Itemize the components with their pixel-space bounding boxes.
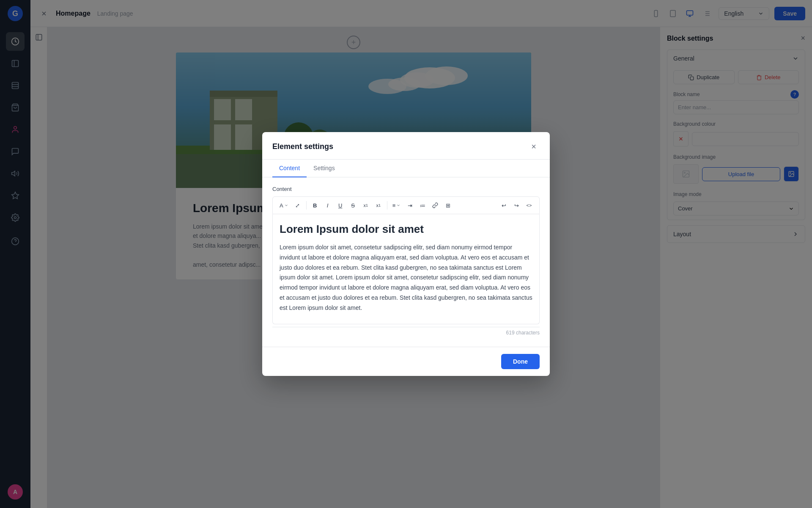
modal-tabs: Content Settings (262, 160, 550, 177)
editor-toolbar: A ⤢ B I U S x1 x1 ≡ ⇥ ≔ (272, 196, 540, 214)
tab-content[interactable]: Content (272, 160, 307, 177)
editor-heading: Lorem Ipsum dolor sit amet (280, 223, 532, 236)
modal-title: Element settings (272, 142, 333, 151)
content-editor[interactable]: Lorem Ipsum dolor sit amet Lorem ipsum d… (272, 214, 540, 324)
toolbar-link-btn[interactable] (429, 199, 441, 211)
modal-overlay[interactable]: Element settings × Content Settings Cont… (0, 0, 812, 508)
done-button[interactable]: Done (501, 354, 540, 369)
toolbar-list-btn[interactable]: ≔ (417, 199, 428, 211)
toolbar-strikethrough-btn[interactable]: S (347, 199, 359, 211)
modal-footer: Done (262, 347, 550, 376)
tab-settings[interactable]: Settings (307, 160, 342, 177)
toolbar-bold-btn[interactable]: B (309, 199, 321, 211)
char-count: 619 characters (272, 327, 540, 338)
toolbar-underline-btn[interactable]: U (335, 199, 346, 211)
content-label: Content (272, 186, 540, 192)
toolbar-subscript-btn[interactable]: x1 (373, 199, 384, 211)
toolbar-italic-btn[interactable]: I (322, 199, 334, 211)
modal-close-button[interactable]: × (528, 141, 540, 152)
toolbar-table-btn[interactable]: ⊞ (442, 199, 454, 211)
font-size-dropdown[interactable]: A (277, 201, 291, 210)
editor-body: Lorem ipsum dolor sit amet, consetetur s… (280, 243, 532, 313)
align-dropdown[interactable]: ≡ (390, 201, 403, 210)
toolbar-indent-btn[interactable]: ⇥ (404, 199, 416, 211)
toolbar-code-btn[interactable]: <> (523, 199, 535, 211)
modal-header: Element settings × (262, 132, 550, 160)
toolbar-undo-btn[interactable]: ↩ (498, 199, 510, 211)
toolbar-superscript-btn[interactable]: x1 (360, 199, 372, 211)
element-settings-modal: Element settings × Content Settings Cont… (262, 132, 550, 376)
toolbar-resize-btn[interactable]: ⤢ (292, 199, 304, 211)
modal-body: Content A ⤢ B I U S x1 x1 ≡ ⇥ (262, 177, 550, 347)
toolbar-redo-btn[interactable]: ↪ (510, 199, 522, 211)
